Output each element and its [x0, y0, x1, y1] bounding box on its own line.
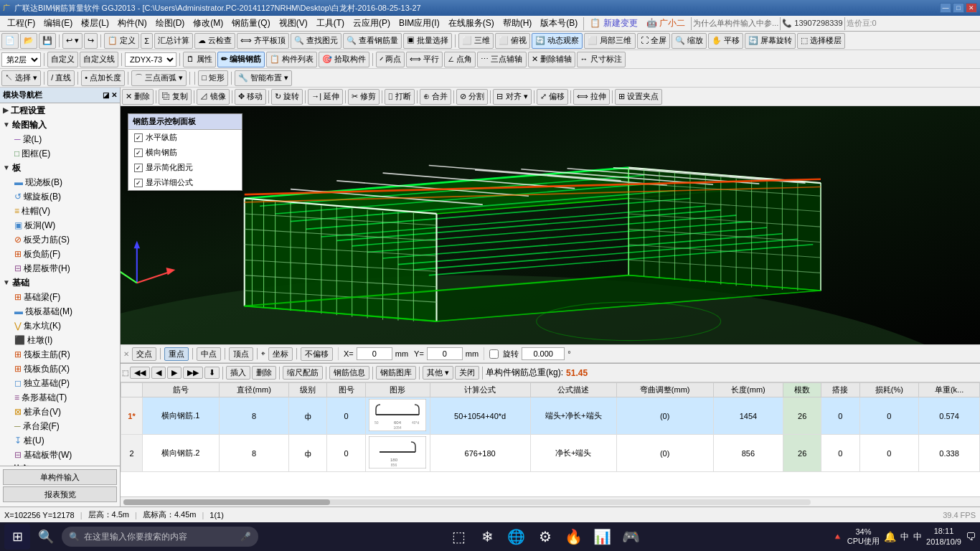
scale-config-btn[interactable]: 缩尺配筋	[283, 366, 323, 380]
three-point-axis-button[interactable]: ⋯ 三点辅轴	[477, 52, 526, 67]
menu-cloud[interactable]: 云应用(P)	[349, 16, 395, 31]
calc-button[interactable]: 汇总计算	[154, 33, 193, 49]
tree-item-floor-band[interactable]: ⊟ 楼层板带(H)	[0, 261, 120, 276]
custom-define-button[interactable]: 自定义	[47, 52, 78, 67]
taskbar-app-6[interactable]: 📊	[590, 524, 616, 550]
trim-draw-btn[interactable]: ✂ 修剪	[348, 89, 380, 105]
panel-item-transverse[interactable]: ✓ 横向钢筋	[128, 145, 242, 160]
copy-draw-btn[interactable]: ⿻ 复制	[159, 89, 192, 105]
close-button[interactable]: ✕	[966, 3, 977, 13]
menu-edit[interactable]: 编辑(E)	[39, 16, 77, 31]
rectangle-tool[interactable]: □ 矩形	[198, 70, 228, 86]
taskbar-app-7[interactable]: 🎮	[618, 524, 644, 550]
cb-transverse[interactable]: ✓	[134, 149, 143, 157]
select-floor-button[interactable]: ⬚ 选择楼层	[797, 33, 845, 49]
tree-item-pit[interactable]: ⋁ 集水坑(K)	[0, 319, 120, 333]
minimize-button[interactable]: —	[940, 3, 951, 13]
menu-view[interactable]: 视图(V)	[275, 16, 312, 31]
tree-item-pile[interactable]: ↧ 桩(U)	[0, 433, 120, 448]
tree-item-isolated[interactable]: ◻ 独立基础(P)	[0, 376, 120, 390]
pan-button[interactable]: ✋ 平移	[708, 33, 743, 49]
tree-item-pile-cap[interactable]: ⊠ 桩承台(V)	[0, 405, 120, 419]
rotate-input[interactable]	[522, 347, 565, 360]
point-length-tool[interactable]: • 点加长度	[81, 70, 125, 86]
custom-line-button[interactable]: 自定义线	[80, 52, 118, 67]
maximize-button[interactable]: □	[953, 3, 964, 13]
local-3d-button[interactable]: ⬜ 局部三维	[584, 33, 635, 49]
nav-close-btn[interactable]: ✕	[111, 91, 117, 99]
other-rebar-btn[interactable]: 其他 ▾	[423, 366, 453, 380]
single-component-btn[interactable]: 单构件输入	[3, 469, 117, 485]
sys-icon-1[interactable]: 🔺	[832, 532, 843, 542]
break-draw-btn[interactable]: ⌷ 打断	[385, 89, 415, 105]
taskbar-app-2[interactable]: ❄	[475, 524, 501, 550]
batch-select-button[interactable]: ▣ 批量选择	[403, 33, 452, 49]
rebar-last-btn[interactable]: ▶▶	[183, 367, 203, 379]
extend-draw-btn[interactable]: →| 延伸	[308, 89, 343, 105]
merge-draw-btn[interactable]: ⊕ 合并	[420, 89, 451, 105]
new-button[interactable]: 📄	[1, 33, 19, 49]
menu-guangxiao[interactable]: 🤖 广小二	[642, 16, 689, 31]
edit-rebar-button[interactable]: ✏ 编辑钢筋	[217, 52, 265, 67]
parallel-button[interactable]: ⟺ 平行	[406, 52, 443, 67]
start-button[interactable]: ⊞	[4, 524, 30, 550]
tree-item-col-cap[interactable]: ≡ 柱帽(V)	[0, 204, 120, 218]
property-button[interactable]: 🗒 属性	[183, 52, 216, 67]
table-row[interactable]: 1* 横向钢筋.1 8 ф 0	[121, 397, 980, 435]
sys-ime[interactable]: 中	[913, 531, 922, 543]
tree-item-slab-rebar[interactable]: ⊘ 板受力筋(S)	[0, 232, 120, 247]
mirror-draw-btn[interactable]: ⊿ 镜像	[197, 89, 230, 105]
taskbar-clock[interactable]: 18:11 2018/10/9	[926, 526, 961, 548]
panel-item-simplified[interactable]: ✓ 显示简化图元	[128, 160, 242, 175]
y-input[interactable]	[427, 347, 463, 360]
delete-draw-btn[interactable]: ✕ 删除	[122, 89, 154, 105]
taskbar-app-4[interactable]: ⚙	[532, 524, 558, 550]
cb-formula[interactable]: ✓	[134, 179, 143, 187]
save-button[interactable]: 💾	[39, 33, 56, 49]
tree-group-project[interactable]: ▶ 工程设置	[0, 103, 120, 118]
menu-bim[interactable]: BIM应用(I)	[395, 16, 444, 31]
level-top-button[interactable]: ⟺ 齐平板顶	[237, 33, 289, 49]
tree-item-found-beam[interactable]: ⊞ 基础梁(F)	[0, 290, 120, 304]
tree-item-slab-hole[interactable]: ▣ 板洞(W)	[0, 218, 120, 232]
no-offset-btn[interactable]: 不偏移	[301, 347, 333, 361]
rebar-library-btn[interactable]: 钢筋图库	[376, 366, 416, 380]
snap-intersection-btn[interactable]: 交点	[132, 347, 156, 361]
search-button[interactable]: 🔍	[33, 524, 59, 550]
align-draw-btn[interactable]: ⊟ 对齐 ▾	[493, 89, 531, 105]
snap-mid-btn[interactable]: 中点	[197, 347, 221, 361]
sys-icon-notify[interactable]: 🔔	[884, 531, 896, 542]
menu-version[interactable]: 版本号(B)	[536, 16, 582, 31]
panel-item-formula[interactable]: ✓ 显示详细公式	[128, 175, 242, 190]
fullscreen-button[interactable]: ⛶ 全屏	[637, 33, 670, 49]
rotate-button[interactable]: 🔄 屏幕旋转	[745, 33, 796, 49]
menu-file[interactable]: 工程(F)	[3, 16, 39, 31]
insert-rebar-btn[interactable]: 插入	[226, 366, 250, 380]
dimension-button[interactable]: ↔ 尺寸标注	[577, 52, 626, 67]
taskbar-app-5[interactable]: 🔥	[561, 524, 587, 550]
zdyx-select[interactable]: ZDYX-73	[125, 52, 176, 67]
snap-midpoint-btn[interactable]: 重点	[164, 347, 189, 361]
open-button[interactable]: 📂	[20, 33, 37, 49]
tree-item-neg-rebar[interactable]: ⊞ 板负筋(F)	[0, 247, 120, 261]
tree-item-col-base[interactable]: ⬛ 柱墩(I)	[0, 333, 120, 347]
rebar-down-btn[interactable]: ⬇	[204, 367, 220, 379]
rebar-info-btn[interactable]: 钢筋信息	[329, 366, 369, 380]
view-rebar-button[interactable]: 🔍 查看钢筋量	[343, 33, 402, 49]
menu-help[interactable]: 帮助(H)	[499, 16, 537, 31]
snap-coord-btn[interactable]: 坐标	[268, 347, 293, 361]
rebar-scrollbar[interactable]	[121, 496, 980, 507]
panel-item-horizontal[interactable]: ✓ 水平纵筋	[128, 130, 242, 145]
tree-item-frame[interactable]: □ 图框(E)	[0, 146, 120, 161]
table-row[interactable]: 2 横向钢筋.2 8 ф 0	[121, 435, 980, 472]
find-element-button[interactable]: 🔍 查找图元	[291, 33, 341, 49]
menu-floor[interactable]: 楼层(L)	[77, 16, 113, 31]
offset-draw-btn[interactable]: ⤢ 偏移	[537, 89, 568, 105]
tree-group-foundation[interactable]: ▼ 基础	[0, 276, 120, 290]
three-point-arc-tool[interactable]: ⌒ 三点画弧 ▾	[131, 70, 187, 86]
tree-item-spiral-slab[interactable]: ↺ 螺旋板(B)	[0, 189, 120, 204]
taskbar-app-1[interactable]: ⬚	[446, 524, 472, 550]
menu-rebar-qty[interactable]: 钢筋量(Q)	[227, 16, 274, 31]
top-view-button[interactable]: ⬜ 俯视	[495, 33, 530, 49]
tree-group-draw[interactable]: ▼ 绘图输入	[0, 118, 120, 132]
